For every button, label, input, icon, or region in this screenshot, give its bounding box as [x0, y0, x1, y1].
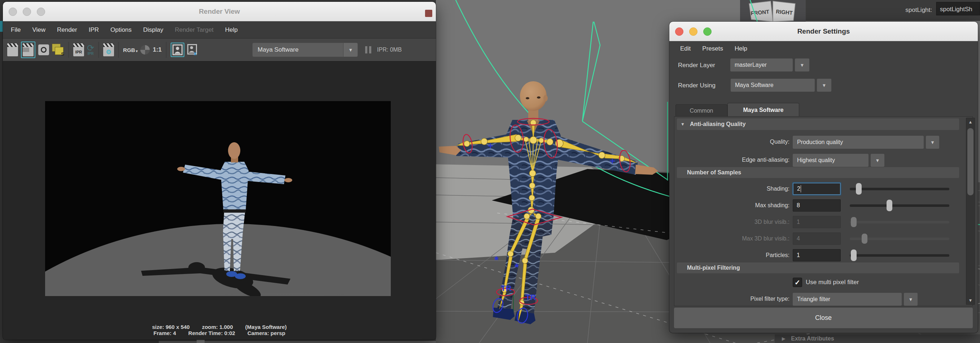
status-size: size: 960 x 540: [152, 324, 189, 330]
foot-control-label-right[interactable]: TR: [525, 293, 536, 302]
text-caret: [801, 185, 801, 193]
chevron-down-icon[interactable]: ▼: [926, 136, 939, 149]
chevron-down-icon[interactable]: ▼: [343, 43, 358, 57]
spotlight-name-field[interactable]: spotLightSh: [940, 6, 972, 13]
alpha-channel-button[interactable]: [140, 45, 150, 54]
timeline-handle[interactable]: [197, 340, 205, 343]
ik-asterisk-left: *: [494, 254, 499, 266]
render-using-label: Render Using: [678, 82, 716, 89]
menu-help[interactable]: Help: [729, 41, 753, 56]
scroll-down-icon[interactable]: ▼: [966, 297, 975, 305]
max-blur-visibility-label: Max 3D blur visib.:: [675, 235, 789, 242]
render-status: size: 960 x 540 zoom: 1.000 (Maya Softwa…: [3, 324, 436, 336]
menu-display[interactable]: Display: [137, 21, 169, 38]
rendered-image: [45, 101, 391, 296]
zoom-window-icon[interactable]: [703, 27, 711, 36]
render-settings-button[interactable]: ⚙: [103, 43, 114, 56]
minimize-window-icon[interactable]: [23, 8, 31, 16]
render-layer-dropdown[interactable]: masterLayer: [730, 59, 793, 72]
extra-attributes-section[interactable]: ▶ Extra Attributes: [775, 334, 980, 343]
collapse-arrow-icon[interactable]: ▼: [681, 122, 685, 127]
scroll-up-icon[interactable]: ▲: [966, 118, 975, 126]
use-multi-pixel-filter-checkbox[interactable]: ✓: [793, 278, 802, 287]
shading-input[interactable]: 2: [793, 183, 841, 195]
menu-render[interactable]: Render: [51, 21, 83, 38]
chevron-down-icon[interactable]: ▼: [795, 59, 809, 72]
render-frame-button[interactable]: [7, 43, 18, 56]
max-blur-visibility-input: 4: [793, 233, 841, 245]
max-shading-input[interactable]: 8: [793, 199, 841, 212]
expand-arrow-icon[interactable]: ▶: [782, 336, 785, 341]
render-sequence-button[interactable]: S: [52, 44, 64, 56]
close-window-icon[interactable]: [675, 27, 683, 36]
particles-input[interactable]: 1: [793, 249, 841, 262]
status-renderer: (Maya Software): [245, 324, 287, 330]
minimize-window-icon[interactable]: [689, 27, 697, 36]
foot-control-label-left[interactable]: TR: [501, 284, 511, 293]
settings-scroll-area[interactable]: ▼ Anti-aliasing Quality Quality: Product…: [674, 116, 973, 306]
keep-image-button[interactable]: [171, 43, 185, 57]
menu-file[interactable]: File: [5, 21, 26, 38]
snapshot-button[interactable]: [38, 45, 49, 55]
slider-handle[interactable]: [851, 249, 857, 261]
slider-handle[interactable]: [856, 183, 862, 195]
edge-antialiasing-label: Edge anti-aliasing:: [675, 157, 789, 163]
close-window-icon[interactable]: [9, 8, 17, 16]
window-title: Render Settings: [797, 27, 850, 35]
spotlight-label: spotLight:: [905, 6, 932, 13]
menu-edit[interactable]: Edit: [675, 41, 697, 56]
renderer-dropdown[interactable]: Maya Software ▼: [252, 43, 358, 57]
slider-handle: [851, 217, 857, 227]
menu-ipr[interactable]: IPR: [83, 21, 105, 38]
section-multi-pixel-filtering: Multi-pixel Filtering: [677, 263, 959, 273]
render-settings-window[interactable]: Render Settings Edit Presets Help Render…: [669, 22, 978, 333]
menu-options[interactable]: Options: [105, 21, 137, 38]
blur-visibility-label: 3D blur visib.:: [675, 219, 789, 225]
render-view-titlebar[interactable]: Render View: [3, 2, 436, 21]
menu-view[interactable]: View: [26, 21, 51, 38]
render-using-dropdown[interactable]: Maya Software: [731, 79, 815, 92]
attribute-editor-header: spotLight: spotLightSh: [806, 0, 980, 21]
section-number-of-samples: Number of Samples: [677, 167, 959, 178]
shelf-icon-sliver: [0, 21, 3, 32]
menu-presets[interactable]: Presets: [697, 41, 729, 56]
zoom-window-icon[interactable]: [37, 8, 45, 16]
quality-dropdown[interactable]: Production quality: [793, 136, 924, 149]
max-shading-label: Max shading:: [675, 202, 789, 209]
blur-visibility-input: 1: [793, 216, 841, 228]
chevron-down-icon[interactable]: ▼: [817, 79, 831, 92]
actual-size-button[interactable]: 1:1: [153, 46, 162, 53]
render-region-button[interactable]: [21, 41, 35, 58]
chevron-down-icon[interactable]: ▼: [904, 293, 918, 306]
settings-scrollbar[interactable]: ▲ ▼: [966, 118, 975, 305]
render-settings-titlebar[interactable]: Render Settings: [669, 22, 978, 41]
ipr-refresh-icon: ⟳ IPR: [87, 45, 94, 56]
render-view-window[interactable]: Render View File View Render IPR Options…: [3, 2, 436, 340]
max-shading-slider[interactable]: [850, 199, 949, 212]
slider-handle[interactable]: [886, 199, 892, 211]
remove-image-button[interactable]: x: [187, 44, 198, 56]
chevron-down-icon[interactable]: ▼: [871, 154, 885, 167]
status-frame: Frame: 4: [153, 330, 176, 336]
shading-slider[interactable]: [850, 183, 949, 195]
rgb-channels-button[interactable]: RGB▾: [123, 47, 137, 53]
use-multi-pixel-filter-label: Use multi pixel filter: [806, 279, 859, 286]
particles-slider[interactable]: [850, 249, 949, 262]
pixel-filter-type-dropdown[interactable]: Triangle filter: [793, 293, 902, 306]
status-camera: Camera: persp: [248, 330, 285, 336]
render-image-zone[interactable]: size: 960 x 540 zoom: 1.000 (Maya Softwa…: [3, 62, 436, 340]
close-button[interactable]: Close: [674, 308, 973, 328]
particles-label: Particles:: [675, 252, 789, 258]
stop-render-button[interactable]: [425, 10, 432, 17]
scrollbar-thumb[interactable]: [967, 128, 974, 195]
slider-handle: [862, 234, 867, 244]
tab-common[interactable]: Common: [676, 104, 727, 116]
ipr-render-button[interactable]: IPR: [73, 43, 84, 56]
view-cube[interactable]: FRONT RIGHT: [740, 0, 806, 23]
ipr-pause-icon[interactable]: [365, 46, 371, 53]
tab-maya-software[interactable]: Maya Software: [727, 103, 799, 116]
menu-help[interactable]: Help: [220, 21, 243, 38]
edge-antialiasing-dropdown[interactable]: Highest quality: [793, 154, 869, 167]
ipr-memory-label: IPR: 0MB: [377, 46, 402, 53]
section-antialiasing-quality[interactable]: ▼ Anti-aliasing Quality: [677, 118, 959, 130]
